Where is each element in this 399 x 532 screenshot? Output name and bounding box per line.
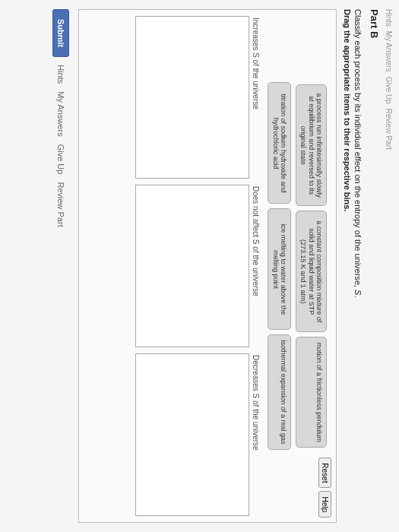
bin-no-effect: Does not affect S of the universe bbox=[135, 185, 260, 347]
bin-increases: Increases S of the universe bbox=[135, 16, 260, 179]
nav-review[interactable]: Review Part bbox=[385, 109, 393, 150]
nav-hints[interactable]: Hints bbox=[385, 9, 393, 27]
instruction-line-2: Drag the appropriate items to their resp… bbox=[343, 9, 352, 523]
help-button[interactable]: Help bbox=[318, 491, 331, 518]
drag-item[interactable]: motion of a frictionless pendulum bbox=[296, 337, 327, 448]
draggable-items-area: a process run infinitesimally slowly at … bbox=[268, 16, 327, 516]
bin-dropzone-increases[interactable] bbox=[135, 16, 249, 179]
hints-link[interactable]: Hints bbox=[56, 65, 65, 84]
action-bar: Submit Hints My Answers Give Up Review P… bbox=[52, 9, 69, 523]
drag-item[interactable]: a constant composition mixture of solid … bbox=[296, 211, 327, 332]
drag-item[interactable]: isothermal expansion of a real gas bbox=[268, 334, 291, 449]
drop-bins-row: Increases S of the universe Does not aff… bbox=[135, 16, 260, 516]
my-answers-link[interactable]: My Answers bbox=[56, 91, 65, 136]
bin-decreases: Decreases S of the universe bbox=[135, 353, 260, 516]
give-up-link[interactable]: Give Up bbox=[56, 144, 65, 175]
nav-my-answers[interactable]: My Answers bbox=[385, 31, 393, 72]
drag-item[interactable]: a process run infinitesimally slowly at … bbox=[296, 84, 327, 206]
drag-drop-workarea: Reset Help a process run infinitesimally… bbox=[78, 9, 337, 523]
drag-item[interactable]: ice melting to water above the melting p… bbox=[268, 208, 291, 330]
nav-give-up[interactable]: Give Up bbox=[385, 77, 393, 104]
instruction-text-b: . bbox=[353, 295, 363, 297]
bin-label: Increases S of the universe bbox=[252, 16, 260, 179]
bin-label: Does not affect S of the universe bbox=[252, 185, 260, 347]
part-title: Part B bbox=[369, 9, 380, 523]
review-part-link[interactable]: Review Part bbox=[56, 182, 65, 226]
submit-button[interactable]: Submit bbox=[52, 9, 69, 57]
bin-dropzone-no-effect[interactable] bbox=[135, 185, 249, 347]
instruction-line-1: Classify each process by its individual … bbox=[353, 9, 363, 523]
bin-dropzone-decreases[interactable] bbox=[135, 353, 249, 516]
top-nav: Hints My Answers Give Up Review Part bbox=[385, 9, 393, 523]
reset-button[interactable]: Reset bbox=[318, 458, 331, 488]
bin-label: Decreases S of the universe bbox=[252, 353, 260, 516]
instruction-text-a: Classify each process by its individual … bbox=[353, 9, 363, 290]
drag-item[interactable]: titration of sodium hydroxide and hydroc… bbox=[268, 82, 291, 204]
